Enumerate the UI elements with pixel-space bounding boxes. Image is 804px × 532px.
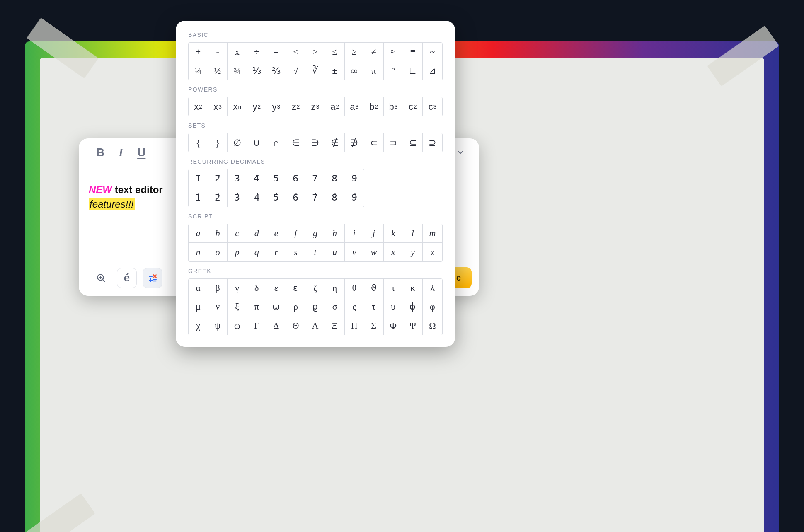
symbol-cell[interactable]: xn bbox=[228, 97, 247, 116]
symbol-cell[interactable]: ς bbox=[345, 297, 364, 316]
accent-character-button[interactable]: é bbox=[117, 268, 137, 288]
symbol-cell[interactable]: Ω bbox=[423, 316, 442, 335]
symbol-cell[interactable]: u bbox=[325, 243, 345, 261]
symbol-cell[interactable]: a3 bbox=[345, 97, 364, 116]
symbol-cell[interactable]: ∅ bbox=[228, 133, 247, 152]
symbol-cell[interactable]: α bbox=[189, 279, 208, 297]
symbol-cell[interactable]: φ bbox=[423, 297, 442, 316]
symbol-cell[interactable]: ∉ bbox=[325, 133, 345, 152]
symbol-cell[interactable]: g bbox=[305, 224, 325, 243]
symbol-cell[interactable]: z3 bbox=[305, 97, 325, 116]
symbol-cell[interactable]: b3 bbox=[384, 97, 403, 116]
symbol-cell[interactable]: π bbox=[247, 297, 266, 316]
symbol-cell[interactable]: c3 bbox=[423, 97, 442, 116]
symbol-cell[interactable]: k bbox=[384, 224, 403, 243]
symbol-cell[interactable]: Λ bbox=[305, 316, 325, 335]
symbol-cell[interactable]: ≤ bbox=[325, 43, 345, 61]
symbol-cell[interactable]: ∪ bbox=[247, 133, 266, 152]
symbol-cell[interactable]: w bbox=[364, 243, 384, 261]
symbol-cell[interactable]: ÷ bbox=[247, 43, 266, 61]
symbol-cell[interactable]: 7̄ bbox=[305, 169, 325, 188]
symbol-cell[interactable]: 6̇ bbox=[286, 188, 305, 207]
symbol-cell[interactable]: ∟ bbox=[403, 61, 423, 80]
symbol-cell[interactable]: t bbox=[305, 243, 325, 261]
symbol-cell[interactable]: τ bbox=[364, 297, 384, 316]
symbol-cell[interactable]: ⊂ bbox=[364, 133, 384, 152]
symbol-cell[interactable]: o bbox=[208, 243, 228, 261]
symbol-cell[interactable]: ∞ bbox=[345, 61, 364, 80]
symbol-cell[interactable]: 1̄ bbox=[189, 169, 208, 188]
symbol-cell[interactable]: i bbox=[345, 224, 364, 243]
symbol-cell[interactable]: b bbox=[208, 224, 228, 243]
symbol-cell[interactable]: ∈ bbox=[286, 133, 305, 152]
symbol-cell[interactable]: ∋ bbox=[305, 133, 325, 152]
symbol-cell[interactable]: η bbox=[325, 279, 345, 297]
symbol-cell[interactable]: 9̄ bbox=[344, 169, 364, 188]
symbol-cell[interactable]: y3 bbox=[266, 97, 286, 116]
symbol-cell[interactable]: = bbox=[266, 43, 286, 61]
symbol-cell[interactable]: Π bbox=[345, 316, 364, 335]
symbol-cell[interactable]: γ bbox=[228, 279, 247, 297]
symbol-cell[interactable]: χ bbox=[189, 316, 208, 335]
symbol-cell[interactable]: Γ bbox=[247, 316, 266, 335]
symbol-cell[interactable]: < bbox=[286, 43, 305, 61]
symbol-cell[interactable]: β bbox=[208, 279, 228, 297]
symbol-cell[interactable]: 6̄ bbox=[286, 169, 305, 188]
symbol-cell[interactable]: y bbox=[403, 243, 423, 261]
symbol-cell[interactable]: e bbox=[266, 224, 286, 243]
symbol-cell[interactable]: 5̇ bbox=[266, 188, 286, 207]
symbol-cell[interactable]: Δ bbox=[266, 316, 286, 335]
symbol-cell[interactable]: x bbox=[228, 43, 247, 61]
symbol-cell[interactable]: a bbox=[189, 224, 208, 243]
symbol-cell[interactable]: ≡ bbox=[403, 43, 423, 61]
symbol-cell[interactable]: ¾ bbox=[228, 61, 247, 80]
symbol-cell[interactable]: b2 bbox=[364, 97, 384, 116]
symbol-cell[interactable]: μ bbox=[189, 297, 208, 316]
symbol-cell[interactable]: c bbox=[228, 224, 247, 243]
symbol-cell[interactable]: 4̄ bbox=[247, 169, 266, 188]
symbol-cell[interactable]: r bbox=[266, 243, 286, 261]
symbol-cell[interactable]: ¼ bbox=[189, 61, 208, 80]
symbol-cell[interactable]: Ξ bbox=[325, 316, 345, 335]
symbol-cell[interactable]: h bbox=[325, 224, 345, 243]
symbol-cell[interactable]: x bbox=[384, 243, 403, 261]
symbol-cell[interactable]: ι bbox=[384, 279, 403, 297]
symbol-cell[interactable]: q bbox=[247, 243, 266, 261]
symbol-cell[interactable]: 7̇ bbox=[305, 188, 325, 207]
symbol-cell[interactable]: 8̇ bbox=[325, 188, 344, 207]
symbol-cell[interactable]: ∌ bbox=[345, 133, 364, 152]
symbol-cell[interactable]: d bbox=[247, 224, 266, 243]
symbol-cell[interactable]: 5̄ bbox=[266, 169, 286, 188]
symbol-cell[interactable]: ϑ bbox=[364, 279, 384, 297]
symbol-cell[interactable]: ν bbox=[208, 297, 228, 316]
symbol-cell[interactable]: ξ bbox=[228, 297, 247, 316]
symbol-cell[interactable]: m bbox=[423, 224, 442, 243]
math-symbols-button[interactable] bbox=[143, 268, 162, 288]
symbol-cell[interactable]: 3̇ bbox=[228, 188, 247, 207]
symbol-cell[interactable]: ≥ bbox=[345, 43, 364, 61]
zoom-in-icon[interactable] bbox=[91, 268, 111, 288]
symbol-cell[interactable]: j bbox=[364, 224, 384, 243]
symbol-cell[interactable]: ρ bbox=[286, 297, 305, 316]
symbol-cell[interactable]: ° bbox=[384, 61, 403, 80]
symbol-cell[interactable]: ⊇ bbox=[423, 133, 442, 152]
symbol-cell[interactable]: Ψ bbox=[403, 316, 423, 335]
symbol-cell[interactable]: f bbox=[286, 224, 305, 243]
symbol-cell[interactable]: 3̄ bbox=[228, 169, 247, 188]
symbol-cell[interactable]: 1̇ bbox=[189, 188, 208, 207]
symbol-cell[interactable]: ψ bbox=[208, 316, 228, 335]
symbol-cell[interactable]: π bbox=[364, 61, 384, 80]
symbol-cell[interactable]: > bbox=[305, 43, 325, 61]
symbol-cell[interactable]: y2 bbox=[247, 97, 266, 116]
italic-button[interactable]: I bbox=[119, 146, 123, 159]
symbol-cell[interactable]: λ bbox=[423, 279, 442, 297]
symbol-cell[interactable]: Σ bbox=[364, 316, 384, 335]
symbol-cell[interactable]: 2̇ bbox=[208, 188, 228, 207]
symbol-cell[interactable]: σ bbox=[325, 297, 345, 316]
symbol-cell[interactable]: ∛ bbox=[305, 61, 325, 80]
symbol-cell[interactable]: ⊃ bbox=[384, 133, 403, 152]
symbol-cell[interactable]: υ bbox=[384, 297, 403, 316]
symbol-cell[interactable]: { bbox=[189, 133, 208, 152]
symbol-cell[interactable]: x2 bbox=[189, 97, 208, 116]
symbol-cell[interactable]: ± bbox=[325, 61, 345, 80]
